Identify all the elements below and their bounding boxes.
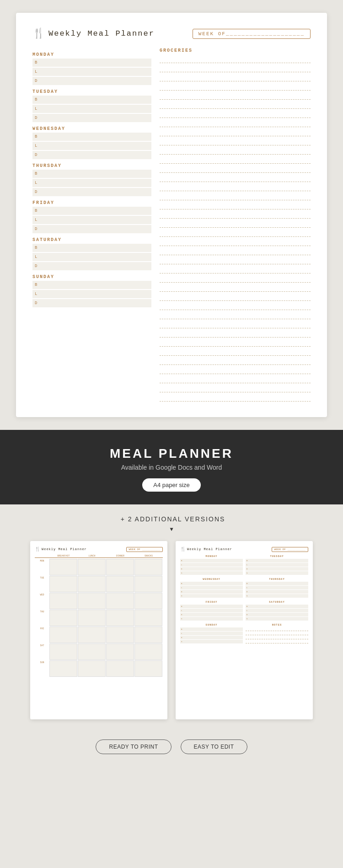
sub-title: Available in Google Docs and Word bbox=[0, 464, 343, 471]
thumb1-row-day: WED bbox=[35, 593, 49, 609]
thumb2-meal-label: S bbox=[247, 618, 247, 620]
ready-to-print-button[interactable]: READY TO PRINT bbox=[96, 739, 171, 754]
main-title: MEAL PLANNER bbox=[0, 446, 343, 461]
grocery-line bbox=[160, 165, 311, 173]
thumb1-cell bbox=[49, 610, 77, 626]
meal-row-label: D bbox=[35, 264, 37, 268]
thumb2-meal-row: L bbox=[180, 586, 243, 589]
meal-row: L bbox=[32, 142, 151, 150]
thumb1-cell bbox=[78, 627, 106, 643]
grocery-line bbox=[160, 174, 311, 182]
planner-title-group: 🍴 Weekly Meal Planner bbox=[32, 27, 155, 40]
meal-row: B bbox=[32, 133, 151, 141]
meal-row-label: L bbox=[35, 144, 37, 148]
grocery-line bbox=[160, 155, 311, 164]
thumb2-meal-row: L bbox=[180, 632, 243, 635]
thumb1-cell bbox=[106, 660, 134, 677]
thumb2-meal-label: D bbox=[181, 637, 182, 638]
thumb1-row-day: SUN bbox=[35, 660, 49, 677]
planner-header: 🍴 Weekly Meal Planner WEEK OF___________… bbox=[32, 27, 311, 40]
thumb2-meal-row: B bbox=[246, 559, 308, 563]
thumb2-col-left: MONDAYBLDSWEDNESDAYBLDSFRIDAYBLDSSUNDAYB… bbox=[180, 555, 243, 646]
thumb2-meal-row: S bbox=[180, 571, 243, 575]
thumb2-meal-row: B bbox=[246, 605, 308, 608]
easy-to-edit-button[interactable]: EASY TO EDIT bbox=[181, 739, 247, 754]
grocery-line bbox=[160, 366, 311, 374]
thumb1-row-day: TUE bbox=[35, 576, 49, 592]
thumb2-day: THURSDAYBLDS bbox=[246, 578, 308, 598]
day-label-friday: FRIDAY bbox=[32, 200, 151, 205]
thumb2-meal-label: B bbox=[181, 628, 182, 630]
thumb2-week: WEEK OF ___________ bbox=[272, 547, 308, 552]
grocery-line bbox=[160, 375, 311, 383]
meal-row-label: D bbox=[35, 79, 37, 83]
thumb2-meal-label: L bbox=[247, 587, 247, 589]
grocery-line bbox=[160, 320, 311, 328]
day-label-saturday: SATURDAY bbox=[32, 237, 151, 242]
thumb2-meal-row: S bbox=[246, 617, 308, 621]
meal-row: D bbox=[32, 188, 151, 196]
meal-row: B bbox=[32, 170, 151, 178]
thumb1-cell bbox=[134, 610, 162, 626]
thumb-grid-row: FRI bbox=[35, 627, 163, 643]
thumb1-cell bbox=[134, 559, 162, 575]
meal-row-label: B bbox=[35, 171, 37, 176]
dark-section: MEAL PLANNER Available in Google Docs an… bbox=[0, 430, 343, 504]
thumb2-meal-row: D bbox=[246, 613, 308, 616]
thumb2-meal-label: B bbox=[181, 583, 182, 584]
thumb2-notes-line bbox=[246, 636, 308, 639]
thumb2-meal-row: B bbox=[246, 582, 308, 585]
meal-column: MONDAYBLDTUESDAYBLDWEDNESDAYBLDTHURSDAYB… bbox=[32, 48, 151, 402]
thumb1-fork-icon: 🍴 bbox=[35, 547, 40, 552]
thumb1-row-day: SAT bbox=[35, 643, 49, 660]
meal-row-label: D bbox=[35, 227, 37, 231]
grocery-line bbox=[160, 329, 311, 338]
meal-row: D bbox=[32, 299, 151, 307]
meal-row-label: L bbox=[35, 107, 37, 111]
meal-row-label: L bbox=[35, 181, 37, 185]
meal-row-label: L bbox=[35, 70, 37, 74]
meal-row-label: D bbox=[35, 301, 37, 305]
thumb2-meal-label: D bbox=[181, 614, 182, 616]
thumb2-meal-row: L bbox=[246, 586, 308, 589]
grocery-line bbox=[160, 247, 311, 255]
thumb2-meal-row: D bbox=[180, 567, 243, 571]
thumb2-meal-label: L bbox=[247, 610, 247, 611]
thumb2-body: MONDAYBLDSWEDNESDAYBLDSFRIDAYBLDSSUNDAYB… bbox=[180, 555, 308, 646]
day-label-thursday: THURSDAY bbox=[32, 163, 151, 168]
thumb1-cell bbox=[106, 559, 134, 575]
thumb1-col-header: BREAKFAST bbox=[49, 555, 78, 557]
thumb2-day: SUNDAYBLDS bbox=[180, 623, 243, 643]
thumb2-day-label: NOTES bbox=[246, 623, 308, 627]
grocery-line bbox=[160, 192, 311, 200]
thumb2-notes-line bbox=[246, 627, 308, 631]
thumbnails-row: 🍴 Weekly Meal Planner WEEK OF __________… bbox=[0, 541, 343, 719]
additional-section: + 2 ADDITIONAL VERSIONS ▼ 🍴 Weekly Meal … bbox=[0, 504, 343, 735]
grocery-line bbox=[160, 137, 311, 145]
thumb2-meal-row: S bbox=[180, 617, 243, 621]
thumb2-meal-row: D bbox=[246, 567, 308, 571]
thumb2-day: MONDAYBLDS bbox=[180, 555, 243, 575]
grocery-line bbox=[160, 183, 311, 191]
thumb2-day-label: FRIDAY bbox=[180, 600, 243, 604]
thumb2-header: 🍴 Weekly Meal Planner WEEK OF __________… bbox=[180, 547, 308, 552]
thumb1-cell bbox=[134, 593, 162, 609]
grocery-column: GROCERIES bbox=[160, 48, 311, 402]
thumb1-cell bbox=[78, 593, 106, 609]
grocery-line bbox=[160, 311, 311, 319]
thumb1-col-header: LUNCH bbox=[78, 555, 106, 557]
grocery-line bbox=[160, 201, 311, 209]
thumb2-meal-row: S bbox=[246, 594, 308, 598]
day-label-monday: MONDAY bbox=[32, 52, 151, 57]
thumb2-meal-label: D bbox=[247, 568, 247, 570]
paper-size-badge: A4 paper size bbox=[142, 478, 201, 492]
thumb2-meal-row: S bbox=[180, 640, 243, 643]
thumb2-meal-label: D bbox=[181, 591, 182, 593]
grocery-line bbox=[160, 238, 311, 246]
meal-row: D bbox=[32, 262, 151, 270]
thumb2-meal-row: B bbox=[180, 605, 243, 608]
thumb2-meal-label: L bbox=[181, 632, 182, 634]
bottom-badges: READY TO PRINT EASY TO EDIT bbox=[0, 735, 343, 769]
thumb1-cell bbox=[78, 643, 106, 660]
meal-row: L bbox=[32, 216, 151, 224]
